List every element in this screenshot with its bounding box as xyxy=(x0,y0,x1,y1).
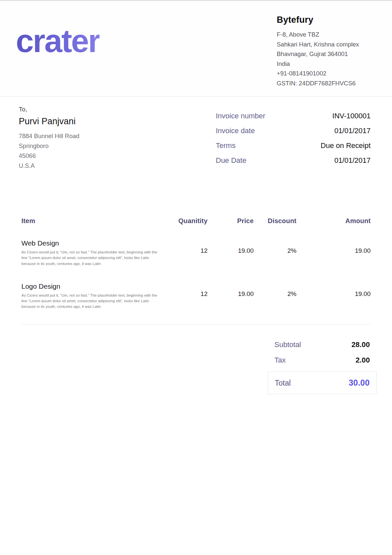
item-discount: 2% xyxy=(254,282,296,298)
invoice-number-row: Invoice number INV-100001 xyxy=(216,112,371,120)
item-description: As Cicero would put it, “Um, not so fast… xyxy=(21,293,160,310)
tax-row: Tax 2.00 xyxy=(268,356,377,365)
company-address-line: Sahkari Hart, Krishna complex xyxy=(277,40,371,49)
item-discount: 2% xyxy=(254,239,296,254)
items-divider xyxy=(21,324,371,325)
item-name: Web Design xyxy=(21,239,161,247)
total-box: Total 30.00 xyxy=(268,371,377,394)
customer-address-line: U.S.A xyxy=(19,161,157,171)
due-date-row: Due Date 01/01/2017 xyxy=(216,156,371,165)
invoice-page: crater Bytefury F-8, Above TBZ Sahkari H… xyxy=(0,1,392,555)
total-value: 30.00 xyxy=(349,378,370,388)
item-price: 19.00 xyxy=(208,239,254,254)
invoice-number-value: INV-100001 xyxy=(332,112,371,120)
company-address-line: F-8, Above TBZ xyxy=(277,30,371,40)
items-table-header: Item Quanitity Price Discount Amount xyxy=(21,217,371,232)
due-date-value: 01/01/2017 xyxy=(334,156,371,165)
subtotal-value: 28.00 xyxy=(351,340,370,349)
column-header-price: Price xyxy=(208,217,254,225)
company-phone: +91-08141901002 xyxy=(277,69,371,78)
totals-block: Subtotal 28.00 Tax 2.00 Total 30.00 xyxy=(268,340,377,394)
item-quantity: 12 xyxy=(161,239,208,254)
invoice-date-row: Invoice date 01/01/2017 xyxy=(216,127,371,135)
item-price: 19.00 xyxy=(208,282,254,298)
column-header-quantity: Quanitity xyxy=(161,217,208,225)
company-name: Bytefury xyxy=(277,15,371,25)
tax-label: Tax xyxy=(274,356,286,365)
total-label: Total xyxy=(275,379,291,388)
billing-section: To, Purvi Panjvani 7884 Bunnel Hill Road… xyxy=(0,97,392,171)
item-name: Logo Design xyxy=(21,282,161,290)
item-quantity: 12 xyxy=(161,282,208,298)
terms-value: Due on Receipt xyxy=(321,141,371,150)
item-cell: Web Design As Cicero would put it, “Um, … xyxy=(21,239,161,267)
customer-name: Purvi Panjvani xyxy=(19,116,157,127)
totals-section: Subtotal 28.00 Tax 2.00 Total 30.00 xyxy=(0,340,392,394)
due-date-label: Due Date xyxy=(216,156,246,165)
bill-to-block: To, Purvi Panjvani 7884 Bunnel Hill Road… xyxy=(19,106,157,171)
crater-logo: crater xyxy=(16,25,99,57)
item-amount: 19.00 xyxy=(296,239,371,254)
column-header-item: Item xyxy=(21,217,161,225)
subtotal-row: Subtotal 28.00 xyxy=(268,340,377,349)
company-info: Bytefury F-8, Above TBZ Sahkari Hart, Kr… xyxy=(277,14,371,88)
terms-label: Terms xyxy=(216,141,236,150)
terms-row: Terms Due on Receipt xyxy=(216,141,371,150)
item-cell: Logo Design As Cicero would put it, “Um,… xyxy=(21,282,161,310)
invoice-header: crater Bytefury F-8, Above TBZ Sahkari H… xyxy=(0,1,392,97)
column-header-discount: Discount xyxy=(254,217,296,225)
items-table: Item Quanitity Price Discount Amount Web… xyxy=(0,217,392,325)
table-row: Web Design As Cicero would put it, “Um, … xyxy=(21,232,371,275)
company-address-line: Bhavnagar, Gujrat 364001 xyxy=(277,49,371,59)
item-amount: 19.00 xyxy=(296,282,371,298)
tax-value: 2.00 xyxy=(355,356,370,365)
customer-address-line: Springboro xyxy=(19,141,157,151)
customer-address-line: 45066 xyxy=(19,151,157,161)
invoice-date-value: 01/01/2017 xyxy=(334,127,371,135)
invoice-number-label: Invoice number xyxy=(216,112,265,120)
company-gstin: GSTIN: 24DDF7682FHVCS6 xyxy=(277,78,371,88)
column-header-amount: Amount xyxy=(296,217,371,225)
invoice-date-label: Invoice date xyxy=(216,127,255,135)
customer-address: 7884 Bunnel Hill Road Springboro 45066 U… xyxy=(19,131,157,171)
bill-to-heading: To, xyxy=(19,106,157,113)
company-address: F-8, Above TBZ Sahkari Hart, Krishna com… xyxy=(277,30,371,88)
company-address-line: India xyxy=(277,59,371,69)
invoice-meta: Invoice number INV-100001 Invoice date 0… xyxy=(216,106,371,171)
table-row: Logo Design As Cicero would put it, “Um,… xyxy=(21,275,371,318)
subtotal-label: Subtotal xyxy=(274,340,301,349)
item-description: As Cicero would put it, “Um, not so fast… xyxy=(21,249,160,267)
customer-address-line: 7884 Bunnel Hill Road xyxy=(19,131,157,141)
